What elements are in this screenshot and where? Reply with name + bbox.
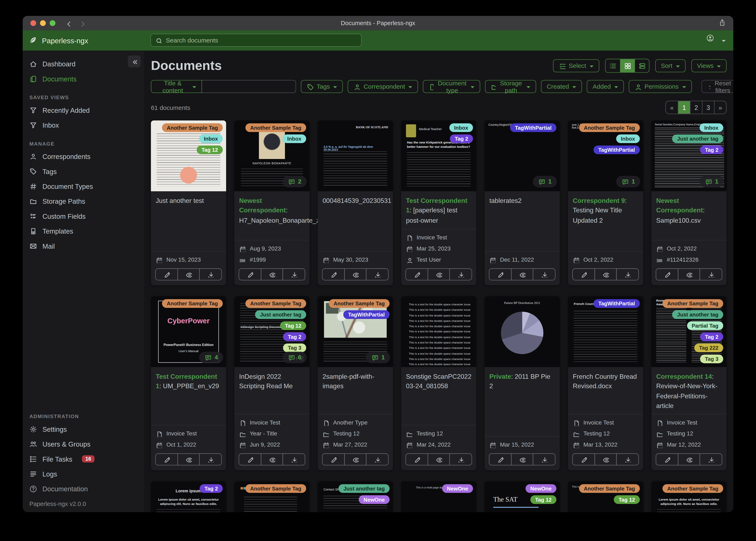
forward-icon[interactable]	[79, 20, 85, 26]
meta-cal[interactable]: Dec 11, 2022	[489, 256, 555, 263]
edit-button[interactable]	[322, 269, 345, 280]
download-button[interactable]	[700, 269, 722, 280]
document-title[interactable]: 0004814539_20230531	[322, 196, 388, 206]
meta-cal[interactable]: Nov 15, 2023	[156, 256, 221, 263]
sidebar-item-tags[interactable]: Tags	[23, 164, 144, 179]
document-title[interactable]: Newest Correspondent: H7_Napoleon_Bonapa…	[239, 196, 305, 225]
tag-pill[interactable]: Another Sample Tag	[662, 484, 723, 493]
tag-pill[interactable]: Inbox	[699, 123, 723, 132]
sidebar-item-templates[interactable]: Templates	[23, 224, 144, 238]
download-button[interactable]	[616, 453, 639, 465]
added-filter-button[interactable]: Added	[587, 80, 624, 93]
tag-pill[interactable]: Another Sample Tag	[245, 123, 306, 132]
tag-pill[interactable]: Tag 12	[197, 146, 223, 154]
views-button[interactable]: Views	[691, 59, 727, 72]
meta-file[interactable]: Invoice Test	[156, 430, 221, 437]
document-correspondent[interactable]: Newest Correspondent	[239, 197, 286, 214]
document-card[interactable]: This is a test for the double space char…	[401, 296, 476, 470]
meta-folder[interactable]: Testing 12	[406, 430, 472, 437]
meta-file[interactable]: Invoice Test	[406, 234, 472, 241]
sidebar-item-logs[interactable]: Logs	[23, 466, 144, 481]
comment-count-badge[interactable]: 1	[533, 176, 557, 188]
pagination-prev-button[interactable]: «	[666, 101, 678, 114]
sidebar-item-settings[interactable]: Settings	[23, 422, 144, 436]
document-title[interactable]: Private: 2011 BP Pie 2	[489, 372, 555, 391]
view-button[interactable]	[344, 269, 367, 280]
document-thumbnail[interactable]: NAPOLEON BONAPARTE Another Sample TagInb…	[234, 120, 310, 191]
tag-pill[interactable]: Just another tag	[672, 310, 723, 319]
document-thumbnail[interactable]: Serial Number,Company Name,Employe Inbox…	[651, 120, 727, 191]
meta-file[interactable]: Invoice Test	[239, 419, 305, 426]
comment-count-badge[interactable]: 1	[616, 176, 640, 188]
view-button[interactable]	[261, 269, 283, 280]
sidebar-item-custom-fields[interactable]: Custom Fields	[23, 209, 144, 224]
back-icon[interactable]	[65, 20, 71, 26]
document-title[interactable]: 2sample-pdf-with-images	[322, 372, 388, 391]
sidebar-item-document-types[interactable]: Document Types	[23, 179, 144, 194]
meta-cal[interactable]: Oct 2, 2022	[573, 256, 638, 263]
tag-pill[interactable]: TagWithPartial	[510, 123, 556, 132]
close-window-button[interactable]	[30, 20, 36, 26]
view-button[interactable]	[428, 269, 450, 280]
document-card[interactable]: Patient BP Distribution 2011 Private: 20…	[484, 296, 560, 470]
sidebar-item-users-groups[interactable]: Users & Groups	[23, 436, 144, 451]
document-correspondent[interactable]: Correspondent 9	[573, 197, 625, 204]
sidebar-item-recently-added[interactable]: Recently Added	[23, 103, 144, 118]
document-thumbnail[interactable]: CyberPower PowerPanel® Business Edition …	[151, 296, 226, 367]
tag-pill[interactable]: Another Sample Tag	[245, 299, 306, 308]
document-thumbnail[interactable]: This is a test Another Sample TagTag 12	[568, 481, 643, 512]
created-filter-button[interactable]: Created	[541, 80, 582, 93]
sidebar-item-documentation[interactable]: Documentation	[23, 481, 144, 496]
document-card[interactable]: Review of Arbitral Awards Another Sample…	[651, 296, 727, 470]
title-content-input[interactable]	[202, 80, 296, 93]
document-title[interactable]: Test Correspondent 1: UM_PPBE_en_v29	[156, 372, 221, 391]
tag-pill[interactable]: Another Sample Tag	[662, 299, 723, 308]
meta-person[interactable]: Test User	[406, 256, 472, 263]
view-button[interactable]	[594, 453, 617, 465]
minimize-window-button[interactable]	[40, 20, 46, 26]
document-title[interactable]: Just another test	[156, 196, 221, 206]
meta-folder[interactable]: Testing 12	[322, 430, 388, 437]
meta-cal[interactable]: Aug 9, 2023	[239, 245, 305, 252]
meta-cal[interactable]: May 30, 2023	[322, 256, 388, 263]
edit-button[interactable]	[656, 269, 678, 280]
tags-filter-button[interactable]: Tags	[301, 80, 343, 93]
permissions-filter-button[interactable]: Permissions	[629, 80, 692, 93]
download-button[interactable]	[199, 453, 222, 465]
download-button[interactable]	[450, 269, 472, 280]
global-search[interactable]	[150, 34, 361, 47]
tag-pill[interactable]: Another Sample Tag	[329, 299, 390, 308]
download-button[interactable]	[366, 269, 389, 280]
meta-folder[interactable]: Year - Title	[239, 430, 305, 437]
tag-pill[interactable]: TagWithPartial	[343, 310, 390, 319]
list-view-button[interactable]	[605, 59, 620, 72]
document-card[interactable]: Lorem ipsum Lorem ipsum dolor sit amet, …	[151, 481, 226, 512]
download-button[interactable]	[199, 269, 222, 280]
edit-button[interactable]	[155, 269, 178, 280]
sidebar-item-inbox[interactable]: Inbox	[23, 118, 144, 132]
download-button[interactable]	[533, 453, 555, 465]
document-card[interactable]: The SAT Practice Test #1 Make time to ta…	[484, 481, 560, 512]
storage-path-filter-button[interactable]: Storage path	[485, 80, 536, 93]
edit-button[interactable]	[572, 269, 595, 280]
document-thumbnail[interactable]: French Country Bread TagWithPartial	[568, 296, 643, 367]
view-button[interactable]	[428, 453, 450, 465]
view-button[interactable]	[177, 269, 200, 280]
document-thumbnail[interactable]: Patient BP Distribution 2011	[484, 296, 560, 367]
edit-button[interactable]	[405, 453, 428, 465]
document-card[interactable]: Test Name Another Sample Tag	[234, 481, 310, 512]
tag-pill[interactable]: NewOne	[359, 495, 390, 504]
document-thumbnail[interactable]: This is a multi page document. Page 1. N…	[401, 481, 476, 512]
tag-pill[interactable]: Another Sample Tag	[245, 484, 306, 493]
detail-view-button[interactable]	[634, 59, 649, 72]
correspondent-filter-button[interactable]: Correspondent	[348, 80, 418, 93]
document-card[interactable]: Contact Sheet Demo Just another tagNewOn…	[318, 481, 393, 512]
sidebar-collapse-button[interactable]	[128, 55, 141, 67]
tag-pill[interactable]: Just another tag	[255, 310, 306, 319]
document-thumbnail[interactable]: Medical Teacher Has the new Kirkpatrick …	[401, 120, 476, 191]
meta-file[interactable]: Invoice Test	[573, 419, 638, 426]
tag-pill[interactable]: Partial Tag	[687, 321, 723, 330]
document-card[interactable]: French Country Bread TagWithPartial Fren…	[568, 296, 643, 470]
document-thumbnail[interactable]: This is a test for the double space char…	[401, 296, 476, 367]
meta-cal[interactable]: Mar 15, 2022	[489, 441, 555, 448]
